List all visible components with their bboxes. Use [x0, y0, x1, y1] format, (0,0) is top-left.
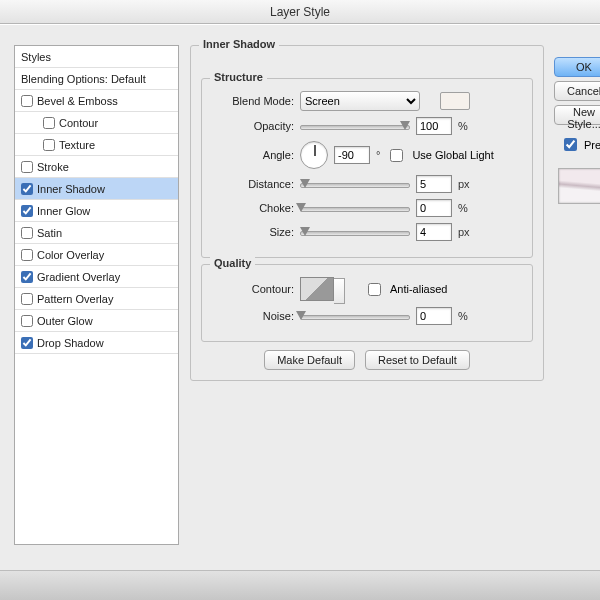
anti-aliased-checkbox[interactable]: [368, 283, 381, 296]
angle-dial[interactable]: [300, 141, 328, 169]
blend-mode-select[interactable]: Screen: [300, 91, 420, 111]
noise-unit: %: [458, 310, 468, 322]
noise-input[interactable]: [416, 307, 452, 325]
size-label: Size:: [212, 226, 294, 238]
quality-group: Quality Contour: Anti-aliased Noise: %: [201, 264, 533, 342]
window-body: Styles Blending Options: Default Bevel &…: [0, 24, 600, 600]
style-item-contour[interactable]: Contour: [15, 112, 178, 134]
choke-slider[interactable]: [300, 201, 410, 215]
preview-checkbox[interactable]: [564, 138, 577, 151]
contour-picker[interactable]: [300, 277, 334, 301]
style-item-label: Contour: [59, 112, 98, 134]
main-panel: Inner Shadow Structure Blend Mode: Scree…: [190, 45, 544, 387]
opacity-label: Opacity:: [212, 120, 294, 132]
noise-label: Noise:: [212, 310, 294, 322]
angle-unit: °: [376, 149, 380, 161]
style-item-label: Bevel & Emboss: [37, 90, 118, 112]
style-item-label: Inner Glow: [37, 200, 90, 222]
distance-input[interactable]: [416, 175, 452, 193]
use-global-light-checkbox[interactable]: [390, 149, 403, 162]
preview-label: Preview: [584, 139, 600, 151]
style-item-stroke[interactable]: Stroke: [15, 156, 178, 178]
size-slider[interactable]: [300, 225, 410, 239]
style-item-label: Drop Shadow: [37, 332, 104, 354]
style-item-satin[interactable]: Satin: [15, 222, 178, 244]
use-global-light-label: Use Global Light: [412, 149, 493, 161]
shadow-color-swatch[interactable]: [440, 92, 470, 110]
angle-label: Angle:: [212, 149, 294, 161]
blending-options-header[interactable]: Blending Options: Default: [15, 68, 178, 90]
style-item-label: Stroke: [37, 156, 69, 178]
choke-unit: %: [458, 202, 468, 214]
style-item-checkbox[interactable]: [21, 95, 33, 107]
opacity-slider[interactable]: [300, 119, 410, 133]
new-style-button[interactable]: New Style...: [554, 105, 600, 125]
make-default-button[interactable]: Make Default: [264, 350, 355, 370]
style-item-bevel-emboss[interactable]: Bevel & Emboss: [15, 90, 178, 112]
style-item-inner-shadow[interactable]: Inner Shadow: [15, 178, 178, 200]
angle-input[interactable]: [334, 146, 370, 164]
inner-shadow-legend: Inner Shadow: [199, 38, 279, 50]
ok-button[interactable]: OK: [554, 57, 600, 77]
right-button-panel: OK Cancel New Style... Preview: [554, 57, 600, 204]
opacity-unit: %: [458, 120, 468, 132]
contour-label: Contour:: [212, 283, 294, 295]
preview-thumbnail: [558, 168, 600, 204]
structure-group: Structure Blend Mode: Screen Opacity: %: [201, 78, 533, 258]
style-item-checkbox[interactable]: [21, 315, 33, 327]
quality-legend: Quality: [210, 257, 255, 269]
size-unit: px: [458, 226, 470, 238]
style-item-outer-glow[interactable]: Outer Glow: [15, 310, 178, 332]
distance-label: Distance:: [212, 178, 294, 190]
style-item-checkbox[interactable]: [21, 249, 33, 261]
style-item-checkbox[interactable]: [21, 293, 33, 305]
style-item-checkbox[interactable]: [21, 161, 33, 173]
blend-mode-label: Blend Mode:: [212, 95, 294, 107]
styles-header[interactable]: Styles: [15, 46, 178, 68]
window-title: Layer Style: [0, 0, 600, 24]
styles-panel: Styles Blending Options: Default Bevel &…: [14, 45, 179, 545]
inner-shadow-group: Inner Shadow Structure Blend Mode: Scree…: [190, 45, 544, 381]
style-item-label: Gradient Overlay: [37, 266, 120, 288]
style-item-label: Color Overlay: [37, 244, 104, 266]
opacity-input[interactable]: [416, 117, 452, 135]
style-item-inner-glow[interactable]: Inner Glow: [15, 200, 178, 222]
style-item-checkbox[interactable]: [21, 271, 33, 283]
style-item-checkbox[interactable]: [21, 227, 33, 239]
choke-label: Choke:: [212, 202, 294, 214]
style-item-label: Pattern Overlay: [37, 288, 113, 310]
reset-default-button[interactable]: Reset to Default: [365, 350, 470, 370]
style-item-label: Satin: [37, 222, 62, 244]
choke-input[interactable]: [416, 199, 452, 217]
style-item-drop-shadow[interactable]: Drop Shadow: [15, 332, 178, 354]
style-item-label: Outer Glow: [37, 310, 93, 332]
style-item-checkbox[interactable]: [43, 139, 55, 151]
style-item-color-overlay[interactable]: Color Overlay: [15, 244, 178, 266]
style-item-pattern-overlay[interactable]: Pattern Overlay: [15, 288, 178, 310]
style-item-label: Inner Shadow: [37, 178, 105, 200]
bottom-shadow: [0, 570, 600, 600]
distance-slider[interactable]: [300, 177, 410, 191]
distance-unit: px: [458, 178, 470, 190]
cancel-button[interactable]: Cancel: [554, 81, 600, 101]
style-item-checkbox[interactable]: [43, 117, 55, 129]
anti-aliased-label: Anti-aliased: [390, 283, 447, 295]
style-item-checkbox[interactable]: [21, 337, 33, 349]
style-item-checkbox[interactable]: [21, 183, 33, 195]
style-item-texture[interactable]: Texture: [15, 134, 178, 156]
style-item-checkbox[interactable]: [21, 205, 33, 217]
structure-legend: Structure: [210, 71, 267, 83]
style-item-label: Texture: [59, 134, 95, 156]
size-input[interactable]: [416, 223, 452, 241]
noise-slider[interactable]: [300, 309, 410, 323]
style-item-gradient-overlay[interactable]: Gradient Overlay: [15, 266, 178, 288]
